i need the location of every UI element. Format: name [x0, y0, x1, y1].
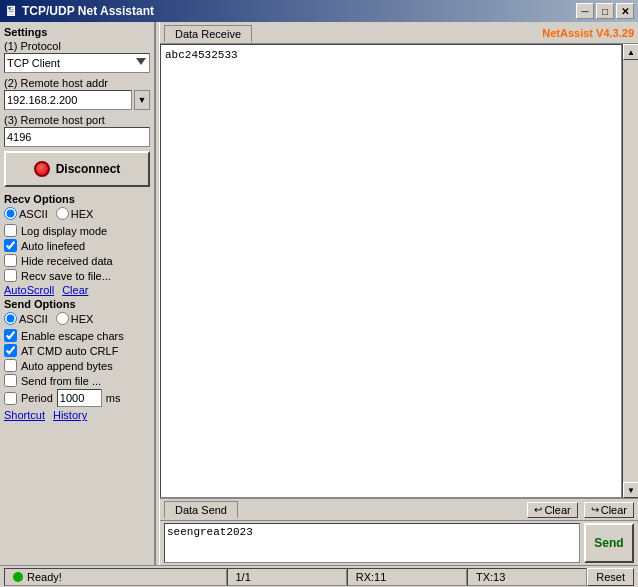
remote-host-dropdown-btn[interactable]: ▼ — [134, 90, 150, 110]
send-options-label: Send Options — [4, 298, 150, 310]
data-send-tab[interactable]: Data Send — [164, 501, 238, 518]
page-segment: 1/1 — [227, 568, 347, 586]
autoscroll-link[interactable]: AutoScroll — [4, 284, 54, 296]
left-panel: Settings (1) Protocol TCP Client (2) Rem… — [0, 22, 155, 565]
auto-append-label: Auto append bytes — [21, 360, 113, 372]
ready-icon — [13, 572, 23, 582]
recv-clear-arrow: ↩ — [534, 504, 542, 515]
recv-clear-button[interactable]: ↩ Clear — [527, 502, 577, 518]
auto-linefeed-row: Auto linefeed — [4, 239, 150, 252]
at-cmd-row: AT CMD auto CRLF — [4, 344, 150, 357]
send-ascii-radio[interactable] — [4, 312, 17, 325]
at-cmd-checkbox[interactable] — [4, 344, 17, 357]
log-display-row: Log display mode — [4, 224, 150, 237]
settings-label: Settings — [4, 26, 150, 38]
send-from-file-checkbox[interactable] — [4, 374, 17, 387]
send-controls: ↩ Clear ↪ Clear — [527, 502, 634, 518]
auto-linefeed-checkbox[interactable] — [4, 239, 17, 252]
enable-escape-checkbox[interactable] — [4, 329, 17, 342]
send-from-file-label: Send from file ... — [21, 375, 101, 387]
recv-hex-label: HEX — [71, 208, 94, 220]
scroll-down-btn[interactable]: ▼ — [623, 482, 638, 498]
recv-link-row: AutoScroll Clear — [4, 284, 150, 296]
page-info: 1/1 — [236, 571, 251, 583]
send-hex-label: HEX — [71, 313, 94, 325]
receive-content: abc24532533 — [165, 49, 238, 61]
remote-host-label: (2) Remote host addr — [4, 77, 150, 89]
shortcut-history-row: Shortcut History — [4, 409, 150, 421]
recv-ascii-radio-item: ASCII — [4, 207, 48, 220]
enable-escape-row: Enable escape chars — [4, 329, 150, 342]
recv-clear-label: Clear — [544, 504, 570, 516]
tx-text: TX:13 — [476, 571, 505, 583]
enable-escape-label: Enable escape chars — [21, 330, 124, 342]
send-clear-arrow: ↪ — [591, 504, 599, 515]
ms-label: ms — [106, 392, 121, 404]
recv-ascii-radio[interactable] — [4, 207, 17, 220]
recv-ascii-label: ASCII — [19, 208, 48, 220]
auto-append-checkbox[interactable] — [4, 359, 17, 372]
scroll-up-btn[interactable]: ▲ — [623, 44, 638, 60]
send-options-section: Send Options ASCII HEX Enable escape cha… — [4, 298, 150, 421]
protocol-dropdown[interactable]: TCP Client — [4, 53, 150, 73]
ready-text: Ready! — [27, 571, 62, 583]
minimize-button[interactable]: ─ — [576, 3, 594, 19]
clear-link[interactable]: Clear — [62, 284, 88, 296]
hide-recv-row: Hide received data — [4, 254, 150, 267]
period-input[interactable] — [57, 389, 102, 407]
receive-scrollbar[interactable]: ▲ ▼ — [622, 44, 638, 498]
status-bar: Ready! 1/1 RX:11 TX:13 Reset — [0, 565, 638, 587]
recv-hex-radio[interactable] — [56, 207, 69, 220]
send-textarea[interactable]: seengreat2023 — [164, 523, 580, 563]
auto-append-row: Auto append bytes — [4, 359, 150, 372]
remote-port-input[interactable] — [4, 127, 150, 147]
log-display-checkbox[interactable] — [4, 224, 17, 237]
remote-host-input[interactable] — [4, 90, 132, 110]
reset-button[interactable]: Reset — [587, 568, 634, 586]
send-clear-label: Clear — [601, 504, 627, 516]
recv-save-row: Recv save to file... — [4, 269, 150, 282]
app-icon: 🖥 — [4, 3, 18, 19]
send-hex-radio-item: HEX — [56, 312, 94, 325]
hide-recv-label: Hide received data — [21, 255, 113, 267]
period-label: Period — [21, 392, 53, 404]
recv-save-checkbox[interactable] — [4, 269, 17, 282]
data-receive-tab[interactable]: Data Receive — [164, 25, 252, 42]
disconnect-label: Disconnect — [56, 162, 121, 176]
send-ascii-label: ASCII — [19, 313, 48, 325]
recv-save-label: Recv save to file... — [21, 270, 111, 282]
content-area: Settings (1) Protocol TCP Client (2) Rem… — [0, 22, 638, 565]
data-receive-header: Data Receive NetAssist V4.3.29 — [160, 22, 638, 44]
data-send-container: Data Send ↩ Clear ↪ Clear seengreat2023 — [160, 498, 638, 565]
scroll-track[interactable] — [623, 60, 638, 482]
settings-section: Settings (1) Protocol TCP Client (2) Rem… — [4, 26, 150, 191]
rx-text: RX:11 — [356, 571, 387, 583]
send-mode-radio-row: ASCII HEX — [4, 312, 150, 325]
send-ascii-radio-item: ASCII — [4, 312, 48, 325]
title-bar-buttons: ─ □ ✕ — [576, 3, 634, 19]
receive-text-area: abc24532533 — [160, 44, 622, 498]
recv-options-section: Recv Options ASCII HEX Log display mode — [4, 193, 150, 296]
send-button[interactable]: Send — [584, 523, 634, 563]
send-from-file-row: Send from file ... — [4, 374, 150, 387]
data-send-header: Data Send ↩ Clear ↪ Clear — [160, 499, 638, 521]
period-checkbox[interactable] — [4, 392, 17, 405]
send-hex-radio[interactable] — [56, 312, 69, 325]
close-button[interactable]: ✕ — [616, 3, 634, 19]
send-clear-button[interactable]: ↪ Clear — [584, 502, 634, 518]
protocol-label: (1) Protocol — [4, 40, 150, 52]
log-display-label: Log display mode — [21, 225, 107, 237]
remote-port-label: (3) Remote host port — [4, 114, 150, 126]
history-link[interactable]: History — [53, 409, 87, 421]
version-text: NetAssist V4.3.29 — [542, 27, 634, 39]
send-area-row: seengreat2023 Send — [160, 521, 638, 565]
period-row: Period ms — [4, 389, 150, 407]
title-bar: 🖥 TCP/UDP Net Assistant ─ □ ✕ — [0, 0, 638, 22]
shortcut-link[interactable]: Shortcut — [4, 409, 45, 421]
disconnect-button[interactable]: Disconnect — [4, 151, 150, 187]
ready-segment: Ready! — [4, 568, 227, 586]
maximize-button[interactable]: □ — [596, 3, 614, 19]
recv-hex-radio-item: HEX — [56, 207, 94, 220]
hide-recv-checkbox[interactable] — [4, 254, 17, 267]
at-cmd-label: AT CMD auto CRLF — [21, 345, 118, 357]
